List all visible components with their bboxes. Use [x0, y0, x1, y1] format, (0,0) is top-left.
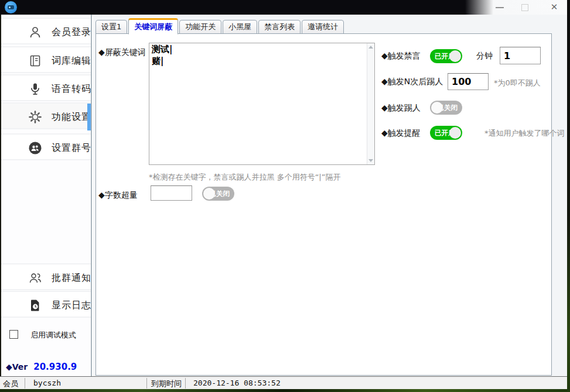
sidebar-item-dict-edit[interactable]: 词库编辑 — [1, 46, 91, 73]
statusbar-divider — [25, 378, 25, 388]
sidebar-item-show-log[interactable]: 显示日志 — [1, 291, 91, 318]
mic-icon — [28, 82, 42, 96]
sidebar-item-set-group[interactable]: 设置群号 — [1, 133, 91, 160]
sidebar-item-label: 词库编辑 — [52, 55, 91, 67]
version-number: 20.930.9 — [33, 362, 77, 372]
sidebar-item-label: 会员登录 — [52, 26, 91, 39]
sidebar-item-label: 语音转码 — [52, 83, 91, 95]
debug-mode-row: 启用调试模式 — [1, 329, 91, 342]
tab-keyword-block[interactable]: 关键词屏蔽 — [128, 18, 178, 35]
maximize-icon[interactable] — [521, 4, 528, 11]
tab-invite-stats[interactable]: 邀请统计 — [302, 20, 344, 34]
version-prefix: ◆Ver — [6, 362, 28, 372]
scroll-up-icon[interactable] — [368, 46, 373, 49]
scroll-down-icon[interactable] — [368, 159, 373, 162]
keyword-label: ◆屏蔽关键词 — [98, 47, 146, 58]
tabstrip: 设置1 关键词屏蔽 功能开关 小黑屋 禁言列表 邀请统计 — [95, 18, 345, 34]
sidebar-item-voice-transcode[interactable]: 语音转码 — [1, 74, 91, 101]
minutes-label: 分钟 — [476, 51, 493, 61]
users-icon — [28, 271, 42, 285]
main-area: 设置1 关键词屏蔽 功能开关 小黑屋 禁言列表 邀请统计 ◆屏蔽关键词 测试| … — [93, 15, 567, 376]
word-limit-input[interactable] — [151, 185, 192, 201]
toggle-state-label: 已开启 — [435, 52, 455, 61]
mute-label: ◆触发禁言 — [381, 51, 421, 61]
member-label: 会员 — [3, 379, 18, 389]
tab-settings1[interactable]: 设置1 — [95, 20, 127, 34]
sidebar-item-label: 功能设置 — [52, 111, 91, 123]
toggle-state-label: 已开启 — [435, 129, 455, 137]
toggle-state-label: 已关闭 — [438, 104, 458, 112]
sidebar-item-label: 设置群号 — [52, 142, 91, 154]
tab-feature-switch[interactable]: 功能开关 — [179, 20, 221, 34]
debug-mode-label: 启用调试模式 — [30, 330, 76, 341]
gear-icon — [28, 110, 42, 124]
desktop-edge-bottom — [0, 389, 567, 392]
kick-after-label: ◆触发N次后踢人 — [381, 77, 443, 87]
word-limit-label: ◆字数超量 — [98, 190, 138, 201]
sidebar: 会员登录 词库编辑 语音转码 功能设置 设置群号 — [0, 15, 92, 376]
remind-toggle[interactable]: 已开启 — [430, 126, 462, 140]
user-icon — [28, 25, 42, 39]
keyword-textarea[interactable]: 测试| 赌| — [149, 43, 375, 165]
remind-label: ◆触发提醒 — [381, 128, 421, 139]
member-value: bycszh — [33, 379, 61, 387]
app-logo-icon — [5, 1, 17, 13]
titlebar: ✕ — [0, 0, 567, 15]
mute-minutes-input[interactable] — [500, 47, 541, 64]
statusbar: 会员 bycszh 到期时间 2020-12-16 08:53:52 — [0, 376, 567, 389]
remind-hint: *通知用户触发了哪个词 — [484, 128, 565, 139]
expire-label: 到期时间 — [151, 379, 182, 389]
close-icon[interactable]: ✕ — [548, 1, 560, 13]
keyword-block-panel: ◆屏蔽关键词 测试| 赌| *检测存在关键字，禁言或踢人并拉黑 多个用符号“|”… — [95, 33, 552, 376]
mute-toggle[interactable]: 已开启 — [430, 49, 462, 63]
sidebar-item-batch-notice[interactable]: 批群通知 — [1, 263, 91, 290]
statusbar-divider — [146, 378, 147, 388]
log-file-icon — [28, 298, 42, 312]
desktop-edge-right — [567, 0, 570, 392]
debug-mode-checkbox[interactable] — [9, 330, 18, 339]
kick-label: ◆触发踢人 — [381, 103, 421, 114]
sidebar-selection-indicator — [87, 104, 91, 130]
group-badge-icon — [28, 141, 42, 155]
kick-toggle[interactable]: 已关闭 — [430, 101, 462, 115]
kick-count-input[interactable] — [448, 73, 489, 90]
expire-value: 2020-12-16 08:53:52 — [193, 379, 281, 387]
app-window: ✕ 会员登录 词库编辑 语音转码 功能设置 — [0, 0, 567, 389]
sidebar-item-member-login[interactable]: 会员登录 — [1, 18, 91, 44]
keyword-hint: *检测存在关键字，禁言或踢人并拉黑 多个用符号“|”隔开 — [149, 172, 340, 183]
sidebar-item-label: 显示日志 — [52, 300, 91, 312]
sidebar-item-feature-settings[interactable]: 功能设置 — [1, 102, 91, 129]
version-info: ◆Ver20.930.9 — [6, 361, 77, 372]
book-icon — [28, 54, 42, 68]
tab-mute-list[interactable]: 禁言列表 — [258, 20, 301, 34]
textarea-scrollbar[interactable] — [367, 43, 374, 164]
sidebar-item-label: 批群通知 — [52, 272, 91, 284]
toggle-state-label: 已关闭 — [210, 190, 230, 198]
kick-after-hint: *为0即不踢人 — [494, 78, 541, 88]
statusbar-divider — [185, 378, 186, 388]
word-limit-toggle[interactable]: 已关闭 — [202, 187, 234, 201]
minimize-icon[interactable] — [496, 7, 504, 8]
tab-blackroom[interactable]: 小黑屋 — [223, 20, 257, 34]
